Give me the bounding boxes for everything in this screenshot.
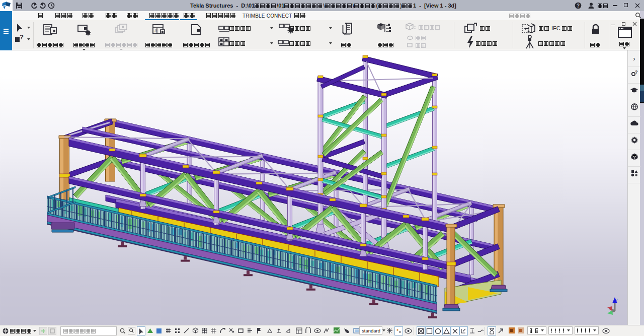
svg-text:#: # <box>154 28 157 33</box>
svg-text:?: ? <box>577 3 580 9</box>
svg-text:z: z <box>616 297 618 302</box>
svg-text:?: ? <box>635 70 638 75</box>
